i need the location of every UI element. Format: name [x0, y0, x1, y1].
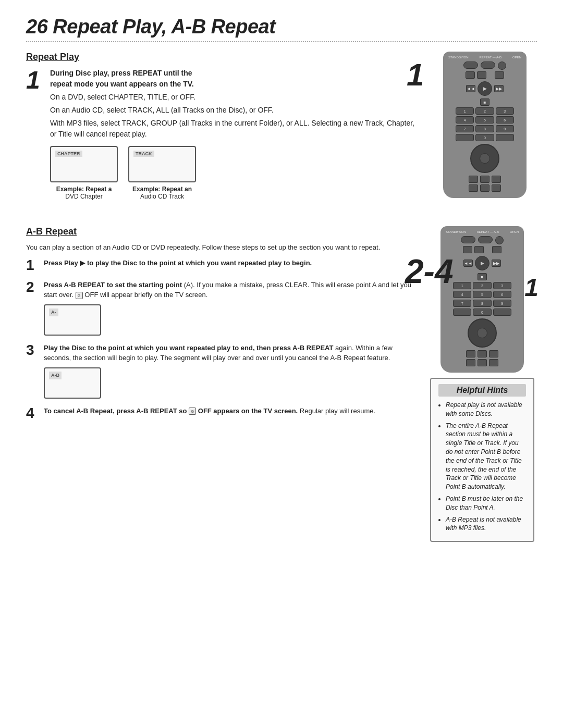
ab-step-3: 3 Play the Disc to the point at which yo… — [26, 343, 417, 402]
rew-btn: ◄◄ — [466, 85, 475, 92]
step-1-text3: With MP3 files, select TRACK, GROUP (all… — [50, 118, 422, 140]
r2-ffw-btn: ▶▶ — [492, 260, 501, 267]
r2-title-btn — [478, 350, 487, 357]
remote2-nav — [468, 318, 497, 348]
nav-circle — [470, 144, 499, 173]
remote-top-bar: STANDBY/ON REPEAT — A-B OPEN — [448, 56, 521, 59]
hint-1: Repeat play is not available with some D… — [446, 401, 526, 418]
display-btn — [466, 71, 475, 79]
remote-section-1: 1 STANDBY/ON REPEAT — A-B OPEN — [433, 52, 537, 208]
r2-num-5: 5 — [473, 291, 491, 298]
step-1-text2: On an Audio CD, select TRACK, ALL (all T… — [50, 105, 422, 116]
r2-setup-btn — [466, 359, 475, 366]
remote-top-btns — [448, 61, 521, 70]
screen-tag-ab: A-B — [49, 372, 62, 380]
pause-btn — [495, 71, 504, 79]
step-1-bold1: During Disc play, press REPEAT until the — [50, 69, 192, 77]
r2-standby-btn — [461, 236, 475, 243]
r2-play-btn: ▶ — [475, 256, 489, 270]
screen-examples: CHAPTER Example: Repeat a DVD Chapter TR… — [50, 146, 422, 200]
remote-illustration-2: STANDBY/ON REPEAT — A-B OPEN ◄◄ — [440, 226, 524, 373]
r2-marker-btn — [489, 359, 498, 366]
marker-btn — [492, 184, 501, 192]
screen-box-track: TRACK — [128, 146, 196, 182]
title-btn — [480, 176, 489, 183]
r2-num-4: 4 — [453, 291, 471, 298]
r2-num-0: 0 — [473, 309, 491, 316]
remote2-bottom-row — [446, 359, 519, 366]
r2-skip-btn — [474, 246, 484, 253]
ab-step-1-num: 1 — [26, 258, 39, 273]
screen-tag-chapter: CHAPTER — [55, 151, 82, 157]
remote2-num-grid: 1 2 3 4 5 6 7 8 9 0 — [453, 282, 511, 316]
off-icon-1: G — [76, 292, 83, 299]
repeat-play-section: Repeat Play 1 During Disc play, press RE… — [26, 52, 422, 208]
step-1-row: 1 During Disc play, press REPEAT until t… — [26, 68, 422, 203]
r2-menu-btn — [466, 350, 475, 357]
r2-num-1: 1 — [453, 282, 471, 289]
screen-box-a: A- — [44, 304, 101, 336]
step-1-content: During Disc play, press REPEAT until the… — [50, 68, 422, 203]
page-title: 26 Repeat Play, A-B Repeat — [26, 16, 537, 38]
r2-repeat-btn — [478, 236, 493, 243]
num-clear — [456, 134, 474, 141]
remote2-top-bar: STANDBY/ON REPEAT — A-B OPEN — [446, 230, 519, 233]
num-0: 0 — [475, 134, 494, 141]
stop-btn: ■ — [480, 98, 489, 106]
ab-step-2: 2 Press A-B REPEAT to set the starting p… — [26, 280, 417, 339]
r2-num-7: 7 — [453, 300, 471, 307]
ab-repeat-title: A-B Repeat — [26, 226, 417, 237]
open-btn — [498, 61, 506, 70]
ab-step-2-content: Press A-B REPEAT to set the starting poi… — [44, 280, 417, 339]
hint-4: A-B Repeat is not available with MP3 fil… — [446, 515, 526, 533]
ab-repeat-section: A-B Repeat You can play a section of an … — [26, 226, 537, 542]
r2-mode-btn — [489, 350, 498, 357]
screen-example-1: CHAPTER Example: Repeat a DVD Chapter — [50, 146, 118, 200]
ab-right-col: 2-4 1 STANDBY/ON REPEAT — A-B OPEN — [427, 226, 537, 542]
ab-step-3-content: Play the Disc to the point at which you … — [44, 343, 417, 402]
ab-step-4-content: To cancel A-B Repeat, press A-B REPEAT s… — [44, 406, 375, 416]
remote-wrapper-2: 2-4 1 STANDBY/ON REPEAT — A-B OPEN — [440, 226, 524, 373]
r2-num-3: 3 — [493, 282, 511, 289]
num-4: 4 — [456, 116, 474, 124]
helpful-hints-list: Repeat play is not available with some D… — [438, 401, 526, 533]
ab-left-col: A-B Repeat You can play a section of an … — [26, 226, 417, 542]
ab-step-4: 4 To cancel A-B Repeat, press A-B REPEAT… — [26, 406, 417, 421]
ffw-btn: ▶▶ — [494, 85, 504, 92]
screen-example-2: TRACK Example: Repeat an Audio CD Track — [128, 146, 196, 200]
num-6: 6 — [496, 116, 514, 124]
repeat-play-title: Repeat Play — [26, 52, 422, 63]
step-1-bold2: repeat mode you want appears on the TV. — [50, 80, 194, 88]
ab-step-4-num: 4 — [26, 406, 39, 421]
step-1-text1: On a DVD, select CHAPTER, TITLE, or OFF. — [50, 92, 422, 103]
big-num-1: 1 — [407, 57, 424, 93]
r2-rew-btn: ◄◄ — [463, 260, 473, 267]
num-8: 8 — [475, 125, 494, 132]
r2-open-btn — [495, 236, 504, 244]
num-2: 2 — [475, 107, 494, 115]
ab-step-3-num: 3 — [26, 343, 39, 357]
screen-box-ab: A-B — [44, 367, 101, 399]
helpful-hints-title: Helpful Hints — [438, 384, 526, 397]
standby-btn — [463, 61, 478, 69]
remote-row-2 — [448, 71, 521, 79]
nav-center — [480, 153, 490, 164]
step-1-number: 1 — [26, 68, 45, 93]
r2-display-btn — [463, 246, 472, 253]
return-btn — [480, 184, 489, 192]
remote2-row-mode — [446, 350, 519, 357]
big-num-1b: 1 — [524, 273, 538, 302]
repeat-btn — [481, 61, 495, 69]
screen-caption-1: Example: Repeat a DVD Chapter — [56, 186, 112, 200]
remote2-stop-row: ■ — [446, 273, 519, 280]
off-icon-2: G — [189, 408, 196, 415]
remote2-row-2 — [446, 246, 519, 253]
play-btn: ▶ — [478, 81, 492, 96]
remote-bottom-row — [448, 184, 521, 192]
mode-btn — [492, 176, 501, 183]
r2-num-8: 8 — [473, 300, 491, 307]
num-9: 9 — [496, 125, 514, 132]
hint-2: The entire A-B Repeat section must be wi… — [446, 422, 526, 491]
transport-row: ◄◄ ▶ ▶▶ — [448, 81, 521, 96]
screen-tag-a: A- — [49, 309, 58, 317]
